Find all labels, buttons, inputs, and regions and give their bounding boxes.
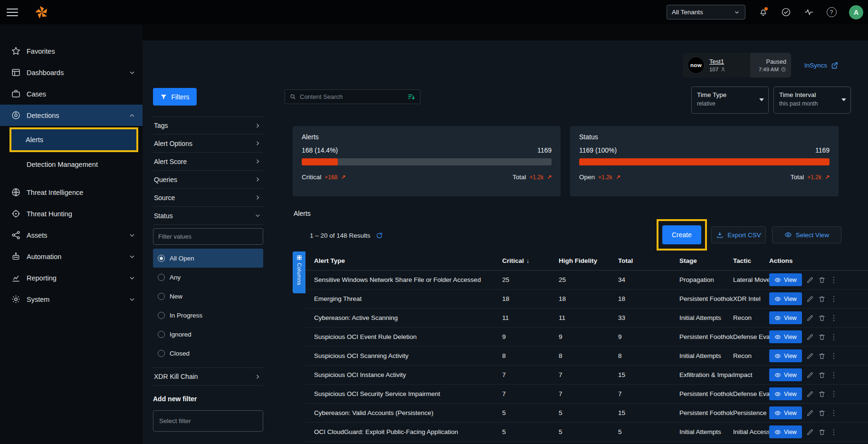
header-high-fidelity[interactable]: High Fidelity bbox=[559, 257, 618, 264]
sidebar-item-reporting[interactable]: Reporting bbox=[0, 267, 143, 289]
time-type-dropdown[interactable]: Time Type relative bbox=[691, 87, 769, 114]
query-builder-icon[interactable] bbox=[407, 93, 416, 101]
sidebar-item-threat-hunting[interactable]: Threat Hunting bbox=[0, 203, 143, 224]
check-circle-icon[interactable] bbox=[781, 7, 791, 18]
sidebar-item-dashboards[interactable]: Dashboards bbox=[0, 62, 143, 83]
sidebar-item-detection-management[interactable]: Detection Management bbox=[0, 154, 143, 175]
delete-trash-icon[interactable] bbox=[818, 352, 826, 360]
filters-button[interactable]: Filters bbox=[153, 88, 197, 106]
delete-trash-icon[interactable] bbox=[818, 371, 826, 379]
kebab-menu-icon[interactable] bbox=[830, 276, 838, 284]
filter-group-alert-score[interactable]: Alert Score bbox=[153, 153, 263, 171]
delete-trash-icon[interactable] bbox=[818, 276, 826, 284]
help-icon[interactable] bbox=[826, 7, 837, 18]
delete-trash-icon[interactable] bbox=[818, 428, 826, 436]
edit-pencil-icon[interactable] bbox=[806, 352, 814, 360]
table-row[interactable]: Suspicious OCI Security Service Impairme… bbox=[305, 385, 868, 404]
edit-pencil-icon[interactable] bbox=[806, 295, 814, 303]
edit-pencil-icon[interactable] bbox=[806, 371, 814, 379]
filter-group-xdr-kill-chain[interactable]: XDR Kill Chain bbox=[153, 367, 263, 386]
delete-trash-icon[interactable] bbox=[818, 314, 826, 322]
view-button[interactable]: View bbox=[769, 311, 802, 324]
edit-pencil-icon[interactable] bbox=[806, 276, 814, 284]
kebab-menu-icon[interactable] bbox=[830, 409, 838, 417]
sidebar-item-cases[interactable]: Cases bbox=[0, 83, 143, 105]
table-row[interactable]: Cybereason: Active Scanning 11 11 33 Ini… bbox=[305, 309, 868, 328]
edit-pencil-icon[interactable] bbox=[806, 390, 814, 398]
view-button[interactable]: View bbox=[769, 387, 802, 400]
table-row[interactable]: Emerging Threat 18 18 18 Persistent Foot… bbox=[305, 290, 868, 309]
status-option-all-open[interactable]: All Open bbox=[153, 249, 263, 268]
view-button[interactable]: View bbox=[769, 292, 802, 305]
tactic-cell: Defense Evasion bbox=[733, 333, 769, 340]
status-option-ignored[interactable]: Ignored bbox=[153, 325, 263, 344]
tenant-selector[interactable]: All Tenants bbox=[667, 5, 745, 19]
header-critical[interactable]: Critical bbox=[502, 257, 559, 264]
sensor-status-widget[interactable]: now Test1 107 Paused 7:49 AM bbox=[683, 53, 791, 77]
filter-values-input[interactable] bbox=[153, 228, 263, 245]
filter-group-tags[interactable]: Tags bbox=[153, 116, 263, 135]
table-row[interactable]: Suspicious OCI Instance Activity 7 7 15 … bbox=[305, 366, 868, 385]
filter-group-queries[interactable]: Queries bbox=[153, 171, 263, 189]
delete-trash-icon[interactable] bbox=[818, 409, 826, 417]
table-row[interactable]: OCI CloudGuard: Exploit Public-Facing Ap… bbox=[305, 423, 868, 442]
edit-pencil-icon[interactable] bbox=[806, 333, 814, 341]
header-stage[interactable]: Stage bbox=[679, 257, 733, 264]
select-filter-dropdown[interactable]: Select filter bbox=[153, 410, 263, 432]
header-tactic[interactable]: Tactic bbox=[733, 257, 769, 264]
sidebar-item-favorites[interactable]: Favorites bbox=[0, 40, 143, 62]
kebab-menu-icon[interactable] bbox=[830, 314, 838, 322]
sensor-name-link[interactable]: Test1 bbox=[709, 58, 726, 65]
table-row[interactable]: Suspicious OCI Event Rule Deletion 9 9 9… bbox=[305, 328, 868, 347]
view-button[interactable]: View bbox=[769, 406, 802, 419]
table-row[interactable]: Cybereason: Valid Accounts (Persistence)… bbox=[305, 404, 868, 423]
status-option-closed[interactable]: Closed bbox=[153, 344, 263, 363]
view-button[interactable]: View bbox=[769, 349, 802, 362]
view-button[interactable]: View bbox=[769, 273, 802, 286]
header-total[interactable]: Total bbox=[618, 257, 679, 264]
edit-pencil-icon[interactable] bbox=[806, 314, 814, 322]
activity-pulse-icon[interactable] bbox=[803, 7, 814, 18]
columns-button[interactable]: Columns bbox=[293, 251, 305, 293]
content-search-input[interactable] bbox=[300, 93, 404, 100]
table-row[interactable]: Suspicious OCI Scanning Activity 8 8 8 I… bbox=[305, 347, 868, 366]
sidebar-item-assets[interactable]: Assets bbox=[0, 224, 143, 246]
user-avatar[interactable]: A bbox=[849, 5, 863, 19]
sidebar-item-detections[interactable]: Detections bbox=[0, 105, 143, 126]
delete-trash-icon[interactable] bbox=[818, 333, 826, 341]
filter-group-alert-options[interactable]: Alert Options bbox=[153, 135, 263, 153]
insyncs-link[interactable]: InSyncs bbox=[804, 61, 839, 69]
kebab-menu-icon[interactable] bbox=[830, 390, 838, 398]
filter-group-source[interactable]: Source bbox=[153, 189, 263, 207]
view-button[interactable]: View bbox=[769, 425, 802, 438]
kebab-menu-icon[interactable] bbox=[830, 295, 838, 303]
kebab-menu-icon[interactable] bbox=[830, 371, 838, 379]
trend-up-icon bbox=[341, 174, 345, 181]
sidebar-item-system[interactable]: System bbox=[0, 289, 143, 310]
time-interval-dropdown[interactable]: Time Interval this past month bbox=[773, 87, 851, 114]
status-option-any[interactable]: Any bbox=[153, 268, 263, 287]
kebab-menu-icon[interactable] bbox=[830, 428, 838, 436]
create-button[interactable]: Create bbox=[662, 225, 701, 244]
kebab-menu-icon[interactable] bbox=[830, 352, 838, 360]
sidebar-item-alerts[interactable]: Alerts bbox=[11, 129, 136, 150]
status-option-in-progress[interactable]: In Progress bbox=[153, 306, 263, 325]
filter-group-status[interactable]: Status bbox=[153, 207, 263, 225]
delete-trash-icon[interactable] bbox=[818, 295, 826, 303]
notifications-bell-icon[interactable] bbox=[758, 7, 768, 18]
view-button[interactable]: View bbox=[769, 368, 802, 381]
delete-trash-icon[interactable] bbox=[818, 390, 826, 398]
edit-pencil-icon[interactable] bbox=[806, 409, 814, 417]
refresh-icon[interactable] bbox=[375, 232, 383, 240]
edit-pencil-icon[interactable] bbox=[806, 428, 814, 436]
hamburger-menu-icon[interactable] bbox=[7, 6, 18, 19]
view-button[interactable]: View bbox=[769, 330, 802, 343]
status-option-new[interactable]: New bbox=[153, 287, 263, 306]
export-csv-button[interactable]: Export CSV bbox=[711, 226, 766, 243]
header-alert-type[interactable]: Alert Type bbox=[314, 257, 502, 264]
select-view-button[interactable]: Select View bbox=[772, 226, 841, 243]
table-row[interactable]: Sensitive Windows Network Share File or … bbox=[305, 270, 868, 290]
sidebar-item-threat-intelligence[interactable]: Threat Intelligence bbox=[0, 182, 143, 203]
kebab-menu-icon[interactable] bbox=[830, 333, 838, 341]
sidebar-item-automation[interactable]: Automation bbox=[0, 246, 143, 267]
